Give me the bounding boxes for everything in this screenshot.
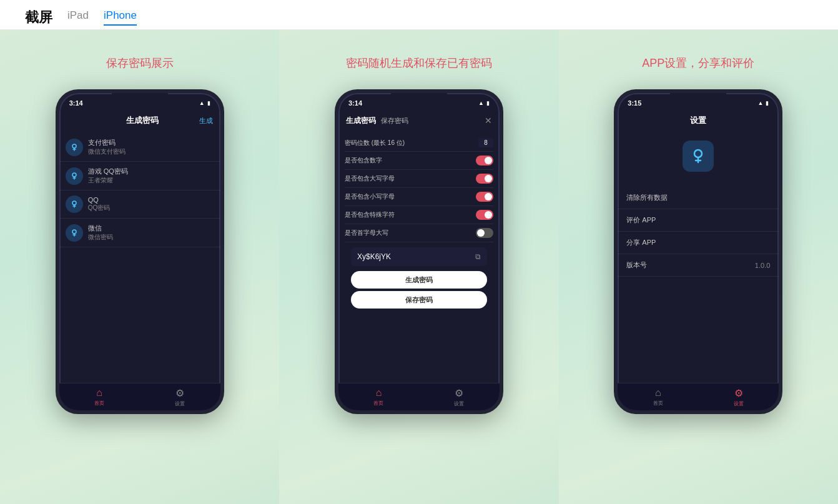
toggle-lowercase[interactable]: [476, 192, 493, 202]
wifi-icon-3: ▲: [757, 100, 763, 106]
tab-bar-3: ⌂ 首页 ⚙ 设置: [618, 383, 779, 410]
settings-list: 清除所有数据 评价 APP 分享 APP 版本号 1.0.0: [618, 182, 779, 282]
tab-bar-1: ⌂ 首页 ⚙ 设置: [59, 383, 220, 410]
gen-row-3: 是否包含大写字母: [345, 170, 493, 188]
screenshot-panel-1: 保存密码展示 3:14 ▲ ▮ 生成密码 生成: [0, 30, 279, 504]
tab-home-3[interactable]: ⌂ 首页: [653, 387, 663, 407]
pw-item-icon-4: [66, 224, 83, 242]
phone-frame-1: 3:14 ▲ ▮ 生成密码 生成: [56, 89, 224, 414]
tab-home-label-2: 首页: [373, 400, 383, 407]
settings-nav-3: 设置: [618, 111, 779, 131]
pw-item-name-2: 游戏 QQ密码: [88, 167, 128, 176]
tab-bar-2: ⌂ 首页 ⚙ 设置: [338, 383, 500, 410]
toggle-capitalize-first[interactable]: [476, 228, 493, 238]
tab-settings-label-3: 设置: [734, 400, 744, 407]
tab-home-label-3: 首页: [653, 400, 663, 407]
tab-ipad[interactable]: iPad: [67, 9, 89, 26]
save-btn[interactable]: 保存密码: [351, 291, 487, 309]
gen-row-1-input[interactable]: 8: [478, 138, 493, 147]
panel-2-caption: 密码随机生成和保存已有密码: [346, 55, 492, 72]
tab-settings-2[interactable]: ⚙ 设置: [454, 387, 464, 407]
panel-1-caption: 保存密码展示: [106, 55, 174, 72]
phone-notch-1: [112, 93, 168, 107]
pw-item-4[interactable]: 微信 微信密码: [59, 219, 220, 247]
phone-frame-2: 3:14 ▲ ▮ 生成密码 保存密码 ✕ 密码位数 (最长 16 位) 8: [335, 89, 503, 414]
tab-iphone[interactable]: iPhone: [104, 9, 137, 26]
svg-point-4: [694, 150, 702, 157]
settings-icon-area: [618, 131, 779, 182]
generated-pw-display: Xy$K6jYK ⧉: [351, 247, 487, 266]
status-icons-1: ▲ ▮: [199, 100, 210, 106]
settings-item-rate-label: 评价 APP: [626, 215, 656, 225]
settings-icon-1: ⚙: [175, 387, 184, 399]
phone-notch-2: [391, 93, 447, 107]
pw-item-account-1: 微信支付密码: [88, 147, 126, 156]
tab-home-label-1: 首页: [94, 400, 104, 407]
svg-point-2: [72, 201, 76, 205]
phone-notch-3: [670, 93, 726, 107]
page-title: 截屏: [25, 8, 52, 27]
settings-item-version-value: 1.0.0: [755, 262, 770, 269]
status-time-3: 3:15: [628, 99, 641, 107]
generated-pw-text: Xy$K6jYK: [357, 252, 391, 261]
screenshot-panel-3: APP设置，分享和评价 3:15 ▲ ▮ 设置: [559, 30, 838, 504]
battery-icon: ▮: [207, 100, 210, 106]
toggle-numbers[interactable]: [476, 156, 493, 166]
tab-settings-1[interactable]: ⚙ 设置: [175, 387, 185, 407]
settings-item-version-label: 版本号: [626, 260, 647, 270]
battery-icon-3: ▮: [766, 100, 769, 106]
svg-point-3: [72, 230, 76, 234]
home-icon-2: ⌂: [376, 387, 382, 398]
pw-item-icon-3: [66, 195, 83, 213]
pw-item-icon-2: [66, 167, 83, 185]
gen-row-4: 是否包含小写字母: [345, 188, 493, 206]
gen-nav-close-2[interactable]: ✕: [485, 116, 492, 126]
gen-row-5: 是否包含特殊字符: [345, 206, 493, 224]
pw-item-2[interactable]: 游戏 QQ密码 王者荣耀: [59, 162, 220, 190]
gen-row-6: 是否首字母大写: [345, 224, 493, 242]
generate-btn-label: 生成密码: [405, 275, 433, 285]
tab-home-1[interactable]: ⌂ 首页: [94, 387, 104, 407]
settings-item-version: 版本号 1.0.0: [618, 254, 779, 277]
pw-item-account-4: 微信密码: [88, 233, 113, 242]
nav-title-1: 生成密码: [86, 115, 199, 126]
gen-row-3-label: 是否包含大写字母: [345, 174, 395, 183]
settings-item-rate[interactable]: 评价 APP: [618, 209, 779, 232]
copy-icon[interactable]: ⧉: [475, 252, 481, 261]
phone-frame-3: 3:15 ▲ ▮ 设置: [614, 89, 782, 414]
nav-action-1[interactable]: 生成: [199, 116, 213, 126]
screenshot-panel-2: 密码随机生成和保存已有密码 3:14 ▲ ▮ 生成密码 保存密码 ✕: [279, 30, 558, 504]
panel-3-caption: APP设置，分享和评价: [642, 55, 754, 72]
header: 截屏 iPad iPhone: [0, 0, 838, 30]
gen-row-1: 密码位数 (最长 16 位) 8: [345, 134, 493, 152]
gen-form-2: 密码位数 (最长 16 位) 8 是否包含数字 是否包含大写字母 是否包含小写字…: [338, 131, 500, 315]
toggle-uppercase[interactable]: [476, 174, 493, 184]
pw-item-texts-1: 支付密码 微信支付密码: [88, 138, 126, 156]
generate-btn[interactable]: 生成密码: [351, 271, 487, 289]
wifi-icon: ▲: [199, 100, 205, 106]
settings-item-clear[interactable]: 清除所有数据: [618, 187, 779, 209]
pw-item-icon-1: [66, 139, 83, 156]
tab-settings-3[interactable]: ⚙ 设置: [734, 387, 744, 407]
gen-row-2-label: 是否包含数字: [345, 156, 382, 165]
gen-row-6-label: 是否首字母大写: [345, 229, 388, 237]
toggle-special[interactable]: [476, 210, 493, 220]
wifi-icon-2: ▲: [478, 100, 484, 106]
settings-icon-2: ⚙: [455, 387, 463, 399]
pw-item-3[interactable]: QQ QQ密码: [59, 190, 220, 219]
tab-home-2[interactable]: ⌂ 首页: [373, 387, 383, 407]
tab-settings-label-2: 设置: [454, 400, 464, 407]
gen-nav-title-2: 生成密码: [346, 116, 376, 126]
pw-item-texts-3: QQ QQ密码: [88, 196, 111, 212]
pw-list-1: 支付密码 微信支付密码 游戏 QQ密码 王者荣耀: [59, 131, 220, 250]
pw-item-account-3: QQ密码: [88, 204, 111, 212]
home-icon-1: ⌂: [96, 387, 102, 398]
tab-settings-label-1: 设置: [175, 400, 185, 407]
pw-item-1[interactable]: 支付密码 微信支付密码: [59, 133, 220, 162]
gen-nav-sub-2: 保存密码: [381, 116, 408, 126]
app-icon: [683, 141, 714, 172]
status-icons-2: ▲ ▮: [478, 100, 490, 106]
pw-item-name-1: 支付密码: [88, 138, 126, 147]
settings-item-share[interactable]: 分享 APP: [618, 232, 779, 254]
nav-bar-1: 生成密码 生成: [59, 111, 220, 131]
